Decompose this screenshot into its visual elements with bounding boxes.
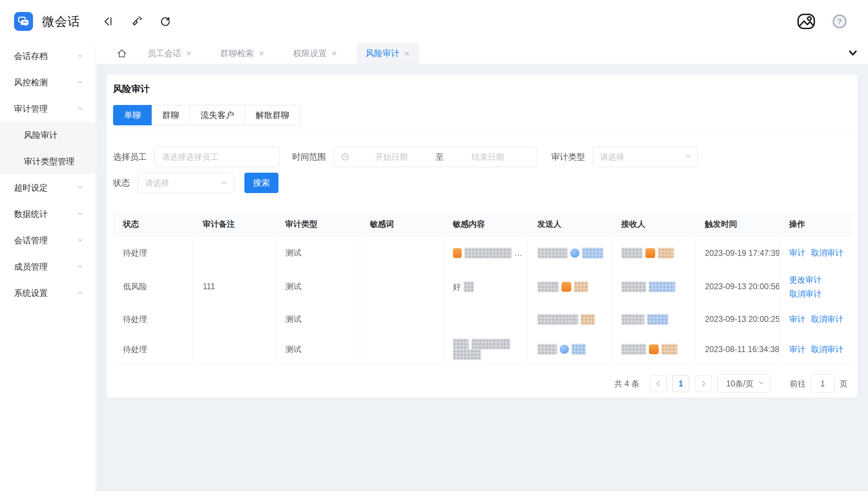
close-icon[interactable]: ×	[405, 49, 410, 58]
broken-image-icon[interactable]	[796, 12, 816, 31]
pagination-next-button[interactable]	[695, 375, 712, 392]
censored-block	[538, 344, 557, 355]
cell-actions: 更改审计取消审计	[779, 270, 851, 304]
cell-content: 好	[453, 280, 522, 293]
date-separator: 至	[434, 152, 446, 163]
audit-table: 状态审计备注审计类型敏感词敏感内容发送人接收人触发时间操作 待处理测试…2023…	[113, 212, 851, 364]
date-range-picker[interactable]: 开始日期 至 结束日期	[334, 147, 537, 167]
chat-tab-disbanded-groups[interactable]: 解散群聊	[245, 105, 300, 125]
collapse-sidebar-icon[interactable]	[103, 16, 114, 27]
tab-list-chevron-down-icon[interactable]	[848, 48, 858, 60]
end-date-placeholder[interactable]: 结束日期	[446, 152, 530, 163]
sidebar-item-risk-detection[interactable]: 风控检测	[0, 69, 96, 95]
sidebar-item-audit-type-management[interactable]: 审计类型管理	[0, 148, 96, 174]
close-icon[interactable]: ×	[259, 49, 264, 58]
censored-block	[464, 282, 474, 292]
goto-page-field[interactable]	[811, 379, 834, 389]
sidebar-item-label: 审计类型管理	[24, 156, 84, 167]
brush-icon[interactable]	[131, 15, 143, 27]
sidebar-item-label: 审计管理	[14, 103, 77, 114]
cell-status: 待处理	[113, 236, 193, 270]
action-link[interactable]: 审计	[789, 248, 805, 257]
close-icon[interactable]: ×	[186, 49, 191, 58]
chat-tab-group-chat[interactable]: 群聊	[151, 105, 190, 125]
page-size-select[interactable]: 10条/页	[717, 375, 770, 393]
action-link[interactable]: 取消审计	[811, 345, 843, 354]
tab-group-chat-search[interactable]: 群聊检索×	[211, 43, 273, 64]
chevron-down-icon	[77, 78, 84, 87]
action-link[interactable]: 更改审计	[789, 275, 847, 285]
sidebar-item-audit-management[interactable]: 审计管理	[0, 95, 96, 122]
employee-select-input[interactable]	[154, 147, 280, 167]
cell-content	[538, 344, 606, 355]
cell-audit-type: 测试	[275, 270, 360, 304]
tab-label: 权限设置	[293, 48, 327, 59]
action-link[interactable]: 取消审计	[789, 289, 847, 299]
topbar-icons	[103, 15, 171, 27]
tab-home[interactable]	[116, 43, 128, 64]
app-window: 微会话	[0, 0, 868, 496]
help-icon[interactable]: ?	[831, 13, 848, 29]
cell-value: 待处理	[123, 345, 147, 354]
cell-sender	[527, 304, 611, 335]
cell-trigger-time: 2023-08-11 16:34:38	[695, 335, 779, 364]
tab-risk-audit[interactable]: 风险审计×	[357, 43, 419, 64]
sidebar-menu: 会话存档风控检测审计管理风险审计审计类型管理超时设定数据统计会话管理成员管理系统…	[0, 43, 96, 306]
pagination-page-1[interactable]: 1	[672, 375, 689, 392]
status-select[interactable]: 请选择	[138, 173, 234, 193]
cell-audit-note: 111	[193, 270, 275, 304]
cell-audit-note	[193, 236, 275, 270]
employee-input-field[interactable]	[155, 152, 279, 162]
cell-sensitive-word	[360, 236, 443, 270]
chevron-down-icon	[684, 152, 692, 161]
chat-tab-single-chat[interactable]: 单聊	[113, 105, 152, 125]
pagination-prev-button[interactable]	[650, 375, 667, 392]
tab-label: 风险审计	[366, 48, 400, 59]
table-row: 低风险111测试好2023-09-13 20:00:56更改审计取消审计	[113, 270, 851, 304]
cell-value: 测试	[285, 282, 302, 291]
sidebar-item-member-management[interactable]: 成员管理	[0, 253, 96, 280]
cell-value: 2023-08-11 16:34:38	[705, 345, 780, 354]
chat-tab-lost-customers[interactable]: 流失客户	[190, 105, 245, 125]
cell-status: 待处理	[113, 335, 193, 364]
close-icon[interactable]: ×	[331, 49, 337, 58]
tab-employee-session[interactable]: 员工会话×	[138, 43, 200, 64]
cell-audit-type: 测试	[275, 236, 360, 270]
emoji-orange-icon	[453, 248, 462, 258]
cell-sender	[527, 335, 611, 364]
search-button[interactable]: 搜索	[244, 173, 278, 193]
column-header-status: 状态	[113, 212, 193, 236]
emoji-blue-icon	[570, 249, 579, 258]
start-date-placeholder[interactable]: 开始日期	[349, 152, 434, 163]
censored-block	[538, 248, 567, 258]
divider	[113, 131, 851, 131]
goto-page-input[interactable]	[811, 375, 835, 393]
audit-type-select[interactable]: 请选择	[593, 147, 698, 167]
action-link[interactable]: 取消审计	[811, 315, 843, 324]
cell-value: 2023-09-13 20:00:25	[705, 315, 780, 324]
action-link[interactable]: 审计	[789, 315, 805, 324]
sidebar-item-timeout-settings[interactable]: 超时设定	[0, 174, 96, 201]
sidebar-item-risk-audit[interactable]: 风险审计	[0, 122, 96, 148]
content-area: 员工会话×群聊检索×权限设置×风险审计× 风险审计 单聊群聊流失客户解散群聊 选…	[96, 43, 868, 491]
refresh-icon[interactable]	[159, 15, 171, 27]
sidebar-item-system-settings[interactable]: 系统设置	[0, 280, 96, 306]
censored-block	[662, 344, 677, 355]
action-link[interactable]: 审计	[789, 345, 805, 354]
sidebar-item-data-statistics[interactable]: 数据统计	[0, 201, 96, 227]
censored-line	[453, 349, 522, 360]
cell-actions: 更改审计取消审计	[789, 275, 847, 299]
sidebar-item-session-management[interactable]: 会话管理	[0, 227, 96, 253]
sidebar-item-label: 数据统计	[14, 209, 77, 220]
cell-audit-type: 测试	[275, 304, 360, 335]
sidebar-item-session-archive[interactable]: 会话存档	[0, 43, 96, 69]
action-link[interactable]: 取消审计	[811, 248, 843, 257]
goto-label: 前往	[790, 378, 806, 389]
main-panel: 风险审计 单聊群聊流失客户解散群聊 选择员工 时间范围 开始日期 至 结束日期	[107, 74, 857, 397]
cell-sensitive-word	[360, 270, 443, 304]
cell-value: 2023-09-19 17:47:39	[705, 249, 780, 258]
tabbar: 员工会话×群聊检索×权限设置×风险审计×	[96, 43, 868, 64]
filters-row-1: 选择员工 时间范围 开始日期 至 结束日期 审计类型 请选择	[113, 147, 851, 167]
tab-permission-settings[interactable]: 权限设置×	[284, 43, 346, 64]
cell-sensitive-content: 好	[443, 270, 527, 304]
